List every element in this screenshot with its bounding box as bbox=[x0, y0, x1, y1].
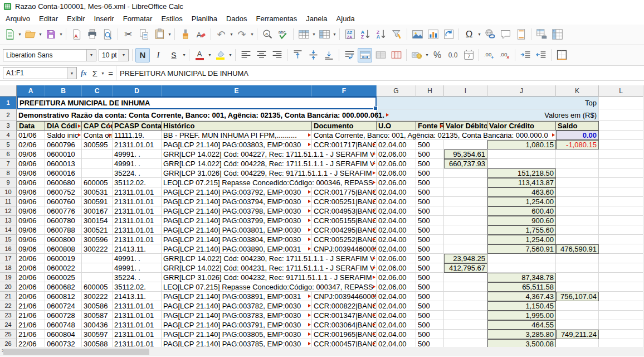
cell-I11[interactable] bbox=[444, 197, 487, 206]
sum-dropdown-icon[interactable]: ▾ bbox=[100, 71, 105, 76]
cell-G15[interactable]: 02.04.00 bbox=[377, 235, 416, 244]
cell-B23[interactable]: 0600728 bbox=[45, 311, 82, 320]
cell-A18[interactable]: 20/06 bbox=[17, 263, 45, 273]
cell-C11[interactable]: 300591 bbox=[82, 197, 113, 206]
cell-L6[interactable] bbox=[599, 149, 643, 159]
cell-J24[interactable]: 464.55 bbox=[487, 320, 556, 330]
cell-G19[interactable]: 02.06.00 bbox=[377, 273, 416, 282]
align-top-button[interactable] bbox=[290, 48, 305, 62]
cell-K11[interactable] bbox=[556, 197, 599, 206]
cell-E10[interactable]: PAG[LCP 21.140] PAG:003792, EMP:0030 bbox=[162, 187, 312, 197]
cell-D12[interactable]: 21311.01.01 bbox=[113, 206, 162, 216]
cell-K10[interactable] bbox=[556, 187, 599, 197]
row-header-11[interactable]: 11 bbox=[0, 197, 17, 206]
cell-I8[interactable] bbox=[444, 168, 487, 178]
cell-C25[interactable]: 300597 bbox=[82, 330, 113, 339]
cell-H22[interactable]: 500 bbox=[416, 301, 444, 311]
cell-I12[interactable] bbox=[444, 206, 487, 216]
cell-H19[interactable]: 500 bbox=[416, 273, 444, 282]
cell-J5[interactable]: 1,080.15 bbox=[487, 140, 556, 149]
cell-G12[interactable]: 02.04.00 bbox=[377, 206, 416, 216]
row-header-13[interactable]: 13 bbox=[0, 216, 17, 225]
cell-G9[interactable]: 02.06.00 bbox=[377, 178, 416, 187]
cell-D19[interactable]: 35224. . bbox=[113, 273, 162, 282]
cell-A5[interactable]: 02/06 bbox=[17, 140, 45, 149]
cell-L14[interactable] bbox=[599, 225, 643, 235]
cell-H8[interactable]: 500 bbox=[416, 168, 444, 178]
cell-B9[interactable]: 0600680 bbox=[45, 178, 82, 187]
cell-K18[interactable] bbox=[556, 263, 599, 273]
cell-D13[interactable]: 21311.01.01 bbox=[113, 216, 162, 225]
cell-A2[interactable]: Demonstrativo Razão da conta: Conta Corr… bbox=[17, 109, 377, 121]
cell-J6[interactable] bbox=[487, 149, 556, 159]
cell-L16[interactable] bbox=[599, 244, 643, 254]
cell-I7[interactable]: 660,737.93 bbox=[444, 159, 487, 168]
cell-L17[interactable] bbox=[599, 254, 643, 263]
cell-I10[interactable] bbox=[444, 187, 487, 197]
row-header-7[interactable]: 7 bbox=[0, 159, 17, 168]
cell-G10[interactable]: 02.04.00 bbox=[377, 187, 416, 197]
insert-columns-dropdown-icon[interactable]: ▾ bbox=[332, 32, 337, 37]
column-header-C[interactable]: C bbox=[82, 85, 113, 97]
font-color-dropdown-icon[interactable]: ▾ bbox=[207, 52, 212, 57]
cell-L8[interactable] bbox=[599, 168, 643, 178]
redo-dropdown-icon[interactable]: ▾ bbox=[250, 32, 255, 37]
cell-E16[interactable]: PAG[LCP 21.140] PAG:003890, EMP:0031 bbox=[162, 244, 312, 254]
cell-B26[interactable]: 0600732 bbox=[45, 339, 82, 347]
cell-F22[interactable]: CCR:000822|BANCO bbox=[312, 301, 377, 311]
cell-L25[interactable] bbox=[599, 330, 643, 339]
find-replace-button[interactable]: a bbox=[260, 27, 275, 42]
cell-D26[interactable]: 21311.01.01 bbox=[113, 339, 162, 347]
cell-G14[interactable]: 02.04.00 bbox=[377, 225, 416, 235]
cell-F24[interactable]: CCR:003064|BANCO bbox=[312, 320, 377, 330]
cell-L24[interactable] bbox=[599, 320, 643, 330]
menu-planilha[interactable]: Planilha bbox=[187, 14, 222, 23]
cell-H20[interactable]: 500 bbox=[416, 282, 444, 292]
row-header-23[interactable]: 23 bbox=[0, 311, 17, 320]
name-box-dropdown-icon[interactable]: ▾ bbox=[67, 67, 76, 79]
cell-B18[interactable]: 0600022 bbox=[45, 263, 82, 273]
cell-A26[interactable]: 22/06 bbox=[17, 339, 45, 347]
sort-descending-button[interactable]: ZA bbox=[374, 27, 388, 42]
number-format-button[interactable]: 0.0 bbox=[446, 48, 460, 62]
cell-L18[interactable] bbox=[599, 263, 643, 273]
cell-J17[interactable] bbox=[487, 254, 556, 263]
cell-K9[interactable] bbox=[556, 178, 599, 187]
cell-B14[interactable]: 0600788 bbox=[45, 225, 82, 235]
cell-J12[interactable]: 600.40 bbox=[487, 206, 556, 216]
freeze-panes-button[interactable]: * bbox=[550, 27, 564, 42]
menu-editar[interactable]: Editar bbox=[35, 14, 62, 23]
column-header-I[interactable]: I bbox=[444, 85, 487, 97]
cell-E15[interactable]: PAG[LCP 21.140] PAG:003804, EMP:0030 bbox=[162, 235, 312, 244]
column-header-H[interactable]: H bbox=[416, 85, 444, 97]
cell-G20[interactable]: 02.06.00 bbox=[377, 282, 416, 292]
cell-J21[interactable]: 4,367.43 bbox=[487, 292, 556, 301]
cell-F4[interactable]: Conta Corrente, Banco: 001, Agência: 021… bbox=[312, 131, 556, 140]
merge-cells-button[interactable] bbox=[373, 48, 388, 62]
menu-exibir[interactable]: Exibir bbox=[62, 14, 90, 23]
cell-C16[interactable]: 300222 bbox=[82, 244, 113, 254]
cell-C19[interactable] bbox=[82, 273, 113, 282]
cell-F25[interactable]: CCR:001965|BANCO bbox=[312, 330, 377, 339]
cell-L5[interactable] bbox=[599, 140, 643, 149]
cell-E26[interactable]: PAG[LCP 21.140] PAG:003785, EMP:0030 bbox=[162, 339, 312, 347]
cell-G21[interactable]: 02.04.00 bbox=[377, 292, 416, 301]
align-right-button[interactable] bbox=[270, 48, 284, 62]
cell-H14[interactable]: 500 bbox=[416, 225, 444, 235]
cell-L20[interactable] bbox=[599, 282, 643, 292]
row-header-2[interactable]: 2 bbox=[0, 109, 17, 121]
cell-B4[interactable]: Saldo inic bbox=[45, 131, 82, 140]
cell-H24[interactable]: 500 bbox=[416, 320, 444, 330]
cell-K17[interactable] bbox=[556, 254, 599, 263]
cell-L19[interactable] bbox=[599, 273, 643, 282]
save-button[interactable] bbox=[43, 27, 58, 42]
cell-H7[interactable]: 500 bbox=[416, 159, 444, 168]
cell-H10[interactable]: 500 bbox=[416, 187, 444, 197]
cell-K26[interactable] bbox=[556, 339, 599, 347]
row-header-9[interactable]: 9 bbox=[0, 178, 17, 187]
align-left-button[interactable] bbox=[238, 48, 253, 62]
font-color-button[interactable]: A bbox=[192, 48, 207, 62]
cell-I26[interactable] bbox=[444, 339, 487, 347]
cell-L13[interactable] bbox=[599, 216, 643, 225]
menu-estilos[interactable]: Estilos bbox=[157, 14, 187, 23]
